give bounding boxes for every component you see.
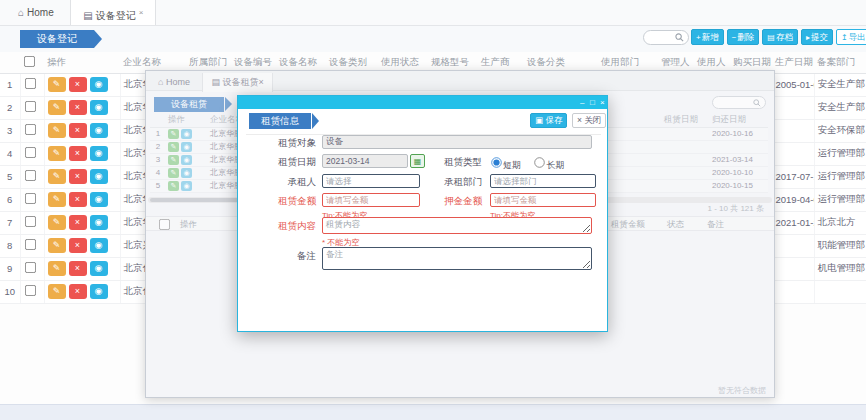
- edit-button[interactable]: ✎: [168, 155, 179, 165]
- select-all-checkbox[interactable]: [24, 56, 35, 67]
- edit-button[interactable]: ✎: [48, 169, 66, 184]
- home-icon: ⌂: [18, 7, 24, 18]
- close-tab-icon[interactable]: ×: [139, 8, 144, 17]
- edit-button[interactable]: ✎: [48, 261, 66, 276]
- close-tab-icon[interactable]: ×: [258, 77, 263, 87]
- row-number: 8: [0, 234, 20, 257]
- edit-button[interactable]: ✎: [48, 100, 66, 115]
- rental-search: [712, 96, 766, 109]
- delete-row-button[interactable]: ×: [69, 192, 87, 207]
- home-icon: ⌂: [158, 77, 163, 87]
- edit-button[interactable]: ✎: [168, 181, 179, 191]
- export-button[interactable]: ↥导出: [836, 29, 866, 45]
- edit-button[interactable]: ✎: [168, 142, 179, 152]
- type-radio-group: 短期 长期: [490, 154, 572, 172]
- delete-row-button[interactable]: ×: [69, 100, 87, 115]
- edit-button[interactable]: ✎: [168, 168, 179, 178]
- record-dept-cell: 运行管理部: [814, 165, 866, 188]
- archive-button[interactable]: ▤存档: [762, 29, 798, 45]
- rent-field[interactable]: [322, 193, 420, 207]
- view-button[interactable]: ◉: [90, 284, 108, 299]
- delete-row-button[interactable]: ×: [69, 261, 87, 276]
- row-checkbox[interactable]: [24, 124, 35, 135]
- lessee-field[interactable]: [322, 174, 420, 188]
- delete-row-button[interactable]: ×: [69, 146, 87, 161]
- view-button[interactable]: ◉: [90, 192, 108, 207]
- view-button[interactable]: ◉: [90, 123, 108, 138]
- row-checkbox[interactable]: [24, 170, 35, 181]
- tab-home[interactable]: ⌂Home: [6, 0, 66, 25]
- target-label: 租赁对象: [246, 137, 316, 150]
- edit-button[interactable]: ✎: [48, 77, 66, 92]
- remark-field[interactable]: [322, 247, 592, 270]
- row-checkbox[interactable]: [24, 285, 35, 296]
- subtable-select-all[interactable]: [159, 219, 170, 230]
- close-button[interactable]: × 关闭: [572, 113, 606, 128]
- prod-date-cell: [772, 280, 814, 303]
- submit-button-label: 提交: [811, 32, 828, 42]
- edit-button[interactable]: ✎: [48, 146, 66, 161]
- view-button[interactable]: ◉: [181, 168, 192, 178]
- view-button[interactable]: ◉: [181, 129, 192, 139]
- row-checkbox[interactable]: [24, 78, 35, 89]
- close-icon: ×: [577, 115, 582, 125]
- date-field[interactable]: [322, 154, 408, 168]
- type-radio-long[interactable]: [535, 157, 545, 167]
- prod-date-cell: [772, 142, 814, 165]
- row-checkbox[interactable]: [24, 147, 35, 158]
- row-checkbox[interactable]: [24, 262, 35, 273]
- tab-device-register[interactable]: ▤设备登记×: [70, 0, 156, 25]
- delete-row-button[interactable]: ×: [69, 238, 87, 253]
- delete-row-button[interactable]: ×: [69, 77, 87, 92]
- view-button[interactable]: ◉: [90, 238, 108, 253]
- submit-button[interactable]: ▸提交: [801, 29, 833, 45]
- minus-icon: −: [732, 33, 737, 42]
- edit-button[interactable]: ✎: [48, 238, 66, 253]
- row-checkbox[interactable]: [24, 193, 35, 204]
- edit-button[interactable]: ✎: [48, 123, 66, 138]
- row-checkbox[interactable]: [24, 101, 35, 112]
- subtable-op-header: 操作: [180, 219, 197, 231]
- minimize-icon[interactable]: –: [580, 97, 584, 108]
- edit-button[interactable]: ✎: [48, 284, 66, 299]
- row-checkbox[interactable]: [24, 216, 35, 227]
- plus-icon: +: [696, 33, 701, 42]
- view-button[interactable]: ◉: [181, 155, 192, 165]
- type-label: 租赁类型: [412, 156, 482, 169]
- type-radio-short[interactable]: [491, 157, 501, 167]
- rental-tab-home[interactable]: ⌂ Home: [150, 73, 198, 92]
- content-field[interactable]: [322, 217, 592, 234]
- lessee-dept-field[interactable]: [490, 174, 596, 188]
- delete-row-button[interactable]: ×: [69, 169, 87, 184]
- view-button[interactable]: ◉: [90, 77, 108, 92]
- close-icon[interactable]: ×: [600, 97, 605, 108]
- view-button[interactable]: ◉: [181, 142, 192, 152]
- view-button[interactable]: ◉: [181, 181, 192, 191]
- view-button[interactable]: ◉: [90, 146, 108, 161]
- edit-button[interactable]: ✎: [48, 192, 66, 207]
- search-input[interactable]: [648, 33, 675, 42]
- view-button[interactable]: ◉: [90, 169, 108, 184]
- edit-button[interactable]: ✎: [48, 215, 66, 230]
- add-button[interactable]: +新增: [691, 29, 724, 45]
- prod-date-cell: 2021-01-25: [772, 211, 814, 234]
- maximize-icon[interactable]: □: [590, 97, 595, 108]
- prod-date-cell: 2019-04-01: [772, 188, 814, 211]
- delete-button[interactable]: −删除: [727, 29, 760, 45]
- view-button[interactable]: ◉: [90, 215, 108, 230]
- row-number: 7: [0, 211, 20, 234]
- edit-button[interactable]: ✎: [168, 129, 179, 139]
- prod-date-cell: [772, 257, 814, 280]
- subtable-remark-header: 备注: [707, 219, 724, 231]
- save-button[interactable]: ▣ 保存: [530, 113, 567, 128]
- delete-row-button[interactable]: ×: [69, 284, 87, 299]
- delete-row-button[interactable]: ×: [69, 215, 87, 230]
- row-checkbox[interactable]: [24, 239, 35, 250]
- deposit-field[interactable]: [490, 193, 596, 207]
- delete-row-button[interactable]: ×: [69, 123, 87, 138]
- record-dept-cell: 运行管理部: [814, 142, 866, 165]
- view-button[interactable]: ◉: [90, 100, 108, 115]
- rental-search-input[interactable]: [717, 98, 753, 107]
- view-button[interactable]: ◉: [90, 261, 108, 276]
- rental-tab-list[interactable]: ▤ 设备租赁×: [202, 73, 272, 92]
